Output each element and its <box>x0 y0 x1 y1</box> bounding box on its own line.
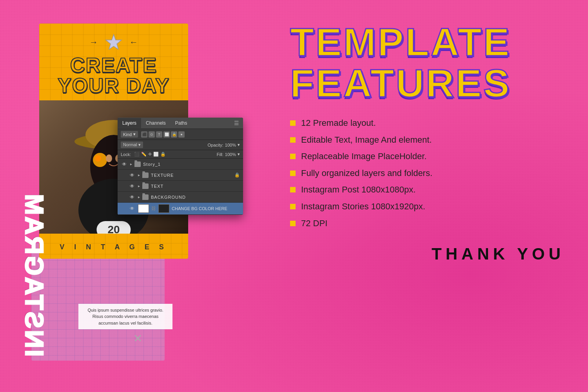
fill-label: Fill: <box>217 152 223 157</box>
feature-text-6: Instagram Stories 1080x1920px. <box>301 201 425 212</box>
arrow-right-icon: → <box>89 37 98 47</box>
opacity-value: 100% <box>225 143 236 147</box>
thank-you-text: THANK YOU <box>290 245 564 263</box>
layer-story1[interactable]: 👁 ▸ Story_1 <box>118 159 243 170</box>
layer-name-text: TEXT <box>151 184 240 189</box>
fill-row: Fill: 100% ▾ <box>217 152 240 157</box>
layer-folder-text <box>142 183 149 189</box>
feature-item-5: Instagram Post 1080x1080px. <box>290 184 564 196</box>
kind-icons: ⬛ ⊙ T ⬜ 🔒 ● <box>141 131 185 138</box>
year-badge: 20 <box>96 221 131 234</box>
layer-name-background: BACKGROUND <box>151 195 240 200</box>
layer-folder-background <box>142 194 149 200</box>
layers-tab-bar: Layers Channels Paths ☰ <box>118 118 243 129</box>
svg-point-10 <box>106 154 112 162</box>
x-mark-icon: ✕ <box>133 332 142 345</box>
lock-icons: ⬛ ✏️ ✛ ⬜ 🔒 <box>134 152 166 157</box>
lock-fill-row: Lock: ⬛ ✏️ ✛ ⬜ 🔒 Fill: 100% ▾ <box>118 150 243 159</box>
bullet-2 <box>290 137 296 143</box>
kind-select[interactable]: Kind ▾ <box>121 131 138 138</box>
feature-item-1: 12 Premade layout. <box>290 118 564 129</box>
lock-label: Lock: <box>121 152 131 157</box>
bullet-5 <box>290 187 296 192</box>
layer-eye-texture[interactable]: 👁 <box>129 172 136 178</box>
svg-point-9 <box>95 155 101 162</box>
feature-text-7: 72 DPI <box>301 218 327 229</box>
lock-all-icon[interactable]: 🔒 <box>160 152 166 157</box>
blend-select[interactable]: Normal ▾ <box>121 142 143 148</box>
arrow-left-icon: ← <box>129 37 138 47</box>
layer-expand-texture[interactable]: ▸ <box>138 173 140 177</box>
pixel-filter-icon[interactable]: ⬛ <box>141 131 147 138</box>
smart-filter-icon[interactable]: 🔒 <box>171 131 177 138</box>
feature-item-3: Replaceable Image PlaceHolder. <box>290 151 564 162</box>
card-header: → ← <box>39 24 188 55</box>
opacity-label: Opacity: <box>208 143 223 147</box>
layer-thumb-dark <box>158 204 169 213</box>
title-features: FEATURES <box>290 65 564 102</box>
layers-panel: Layers Channels Paths ☰ Kind ▾ ⬛ ⊙ T ⬜ 🔒… <box>118 118 243 215</box>
layer-eye-story1[interactable]: 👁 <box>121 162 128 167</box>
card-title: CREATE YOUR DAY <box>39 55 188 96</box>
layer-expand-text[interactable]: ▸ <box>138 184 140 188</box>
feature-text-3: Replaceable Image PlaceHolder. <box>301 151 426 162</box>
purple-grid-card <box>31 243 165 361</box>
blend-label: Normal <box>123 142 137 147</box>
bullet-1 <box>290 120 296 126</box>
lock-draw-icon[interactable]: ✏️ <box>141 152 147 157</box>
layer-eye-changebg[interactable]: 👁 <box>129 206 136 211</box>
layer-eye-background[interactable]: 👁 <box>129 194 136 200</box>
tab-layers[interactable]: Layers <box>118 118 141 128</box>
blend-opacity-row: Normal ▾ Opacity: 100% ▾ <box>118 140 243 150</box>
tab-channels[interactable]: Channels <box>141 118 171 128</box>
artboard-filter-icon[interactable]: ● <box>178 131 185 138</box>
bullet-7 <box>290 221 296 226</box>
opacity-dropdown-icon: ▾ <box>238 142 240 147</box>
feature-text-2: Editable Text, Image And element. <box>301 134 432 146</box>
feature-item-7: 72 DPI <box>290 218 564 229</box>
lock-artboard-icon[interactable]: ⬜ <box>153 152 159 157</box>
layer-chain-icon: ⛓ <box>151 206 156 211</box>
description-area: Quis ipsum suspendisse ultrices gravio. … <box>78 304 172 330</box>
right-panel: TEMPLATE FEATURES 12 Premade layout. Edi… <box>290 24 564 263</box>
feature-item-4: Fully organized layers and folders. <box>290 168 564 179</box>
vintages-label: V I N T A G E S <box>39 243 188 251</box>
card-title-line2: YOUR DAY <box>39 75 188 96</box>
layers-menu-icon[interactable]: ☰ <box>230 118 243 129</box>
layers-kind-row: Kind ▾ ⬛ ⊙ T ⬜ 🔒 ● <box>118 129 243 140</box>
star-icon <box>104 33 123 52</box>
layer-change-bg[interactable]: 👁 ⛓ CHANGE BG COLOR HERE <box>118 203 243 215</box>
feature-item-6: Instagram Stories 1080x1920px. <box>290 201 564 212</box>
bullet-3 <box>290 154 296 159</box>
lock-move-icon[interactable]: ✛ <box>148 152 152 157</box>
layer-lock-texture-icon: 🔒 <box>234 172 240 178</box>
instagram-vertical-text: INSTAGRAM <box>20 192 49 357</box>
description-text: Quis ipsum suspendisse ultrices gravio. … <box>83 307 168 327</box>
layer-expand-story1[interactable]: ▸ <box>130 162 132 166</box>
bullet-6 <box>290 204 296 209</box>
layer-eye-text[interactable]: 👁 <box>129 183 136 189</box>
feature-item-2: Editable Text, Image And element. <box>290 134 564 146</box>
card-title-line1: CREATE <box>39 55 188 75</box>
feature-text-5: Instagram Post 1080x1080px. <box>301 184 416 196</box>
layer-texture[interactable]: 👁 ▸ TEXTURE 🔒 <box>118 170 243 181</box>
layer-name-texture: TEXTURE <box>151 173 232 178</box>
bullet-4 <box>290 171 296 176</box>
lock-pixel-icon[interactable]: ⬛ <box>134 152 140 157</box>
layer-folder-story1 <box>134 162 141 167</box>
layer-name-changebg: CHANGE BG COLOR HERE <box>172 206 240 211</box>
card-bottom: V I N T A G E S <box>39 243 188 251</box>
layer-expand-background[interactable]: ▸ <box>138 195 140 199</box>
features-list: 12 Premade layout. Editable Text, Image … <box>290 118 564 229</box>
layer-text[interactable]: 👁 ▸ TEXT <box>118 181 243 192</box>
layer-background[interactable]: 👁 ▸ BACKGROUND <box>118 192 243 203</box>
feature-text-4: Fully organized layers and folders. <box>301 168 432 179</box>
shape-filter-icon[interactable]: ⬜ <box>163 131 170 138</box>
layer-thumb-white <box>138 204 149 213</box>
tab-paths[interactable]: Paths <box>171 118 192 128</box>
layer-folder-texture <box>142 172 149 178</box>
layer-name-story1: Story_1 <box>143 162 240 167</box>
type-filter-icon[interactable]: T <box>156 131 162 138</box>
adjustment-filter-icon[interactable]: ⊙ <box>149 131 155 138</box>
svg-marker-0 <box>106 34 122 49</box>
